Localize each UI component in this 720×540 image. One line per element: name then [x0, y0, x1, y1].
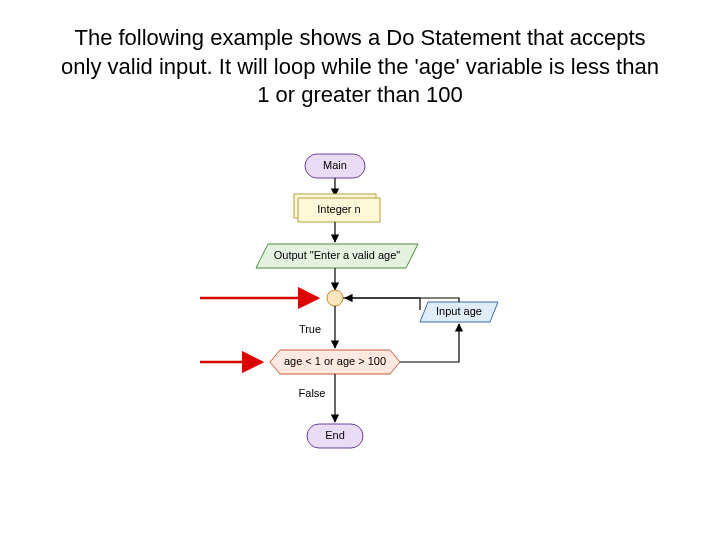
- svg-point-7: [327, 290, 343, 306]
- node-input: Input age: [420, 302, 498, 322]
- node-output-label: Output "Enter a valid age": [274, 249, 401, 261]
- flowchart-diagram: Main Integer n Output "Enter a valid age…: [0, 150, 720, 510]
- node-main-label: Main: [323, 159, 347, 171]
- node-loop-junction: [327, 290, 343, 306]
- description-text: The following example shows a Do Stateme…: [60, 24, 660, 110]
- label-true: True: [299, 323, 321, 335]
- label-false: False: [299, 387, 326, 399]
- node-end-label: End: [325, 429, 345, 441]
- node-declaration-label: Integer n: [317, 203, 360, 215]
- node-declaration: Integer n: [294, 194, 380, 222]
- node-condition: age < 1 or age > 100: [270, 350, 400, 374]
- node-input-label: Input age: [436, 305, 482, 317]
- svg-line-15: [420, 310, 422, 312]
- node-output: Output "Enter a valid age": [256, 244, 418, 268]
- node-condition-label: age < 1 or age > 100: [284, 355, 386, 367]
- node-main: Main: [305, 154, 365, 178]
- node-end: End: [307, 424, 363, 448]
